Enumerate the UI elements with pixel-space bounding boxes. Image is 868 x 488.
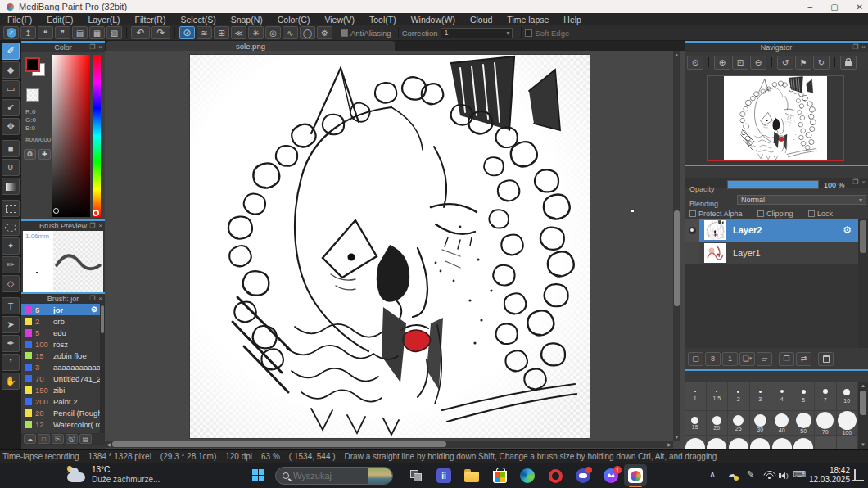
brush-size-cell[interactable]: 1.5 <box>707 382 729 411</box>
brush-list-item[interactable]: 5jor⚙ <box>21 304 100 315</box>
hand-tool[interactable]: ✋ <box>2 373 20 390</box>
document-tab[interactable]: sole.png <box>106 41 395 51</box>
search-bar[interactable] <box>275 467 393 485</box>
brush-size-cell[interactable]: 20 <box>707 411 729 436</box>
merge-layer-button[interactable]: ⇄ <box>796 352 811 366</box>
brush-tool[interactable]: ✐ <box>2 43 20 60</box>
keyboard-tray-icon[interactable]: ⌨ <box>793 469 806 480</box>
lock-rotation-button[interactable] <box>840 56 857 70</box>
scroll-up-icon[interactable]: ▲ <box>858 382 868 390</box>
layer-visibility-toggle[interactable] <box>685 242 699 264</box>
protect-alpha-checkbox[interactable] <box>689 210 696 217</box>
brush-size-cell[interactable]: 10 <box>837 382 859 411</box>
volume-tray-icon[interactable]: ) <box>779 472 789 479</box>
menu-edit[interactable]: Edit(E) <box>39 15 80 25</box>
teams-app[interactable]: ii <box>434 466 454 486</box>
pen-tray-icon[interactable]: ✎ <box>747 469 754 480</box>
brush-size-cell[interactable]: 2 <box>728 382 750 411</box>
brush-size-cell[interactable]: 15 <box>685 411 707 436</box>
brush-list-item[interactable]: 70Untitled741_2 <box>21 373 100 384</box>
brush-size-cell[interactable]: 3 <box>750 382 772 411</box>
publish-button[interactable]: ↥ <box>20 26 36 39</box>
select-rect-tool[interactable] <box>2 200 20 217</box>
close-icon[interactable]: × <box>861 43 866 52</box>
navigator-view-rect[interactable] <box>707 75 844 161</box>
hue-slider[interactable] <box>93 55 101 217</box>
brush-list-item[interactable]: 200Paint 2 <box>21 395 100 407</box>
clipping-checkbox[interactable] <box>757 210 764 217</box>
select-eraser-tool[interactable]: ◇ <box>2 275 20 292</box>
brush-list-item[interactable]: 100rosz <box>21 338 100 350</box>
brush-size-cell[interactable]: 40 <box>771 411 793 436</box>
correction-dropdown[interactable]: 1▾ <box>441 28 513 38</box>
brush-size-cell[interactable] <box>771 436 793 449</box>
brush-list-item[interactable]: 20Pencil (Rough <box>21 407 100 418</box>
menu-file[interactable]: File(F) <box>0 15 39 25</box>
notification-bell-icon[interactable] <box>854 470 856 480</box>
magic-wand-tool[interactable]: ✦ <box>2 237 20 255</box>
opacity-slider[interactable] <box>727 180 819 189</box>
brush-size-cell[interactable] <box>750 436 772 449</box>
document-button[interactable]: ▤ <box>72 26 88 39</box>
brush-list-item[interactable]: 12Watercolor( ro <box>21 418 100 430</box>
layer-scroll-thumb[interactable] <box>860 220 866 253</box>
scroll-down-icon[interactable]: ▼ <box>673 433 680 441</box>
menu-filter[interactable]: Filter(R) <box>128 15 174 25</box>
brush-size-cell[interactable] <box>815 436 837 449</box>
zoom-in-button[interactable]: ⊕ <box>714 56 730 70</box>
pen-tool[interactable]: ✒ <box>2 335 20 352</box>
popout-icon[interactable]: ❐ <box>89 222 95 230</box>
vscroll-thumb[interactable] <box>674 210 680 306</box>
add-1bit-layer-button[interactable]: 1 <box>722 352 738 366</box>
duplicate-layer-button[interactable]: ❐ <box>779 352 794 366</box>
snap-vanishing-button[interactable]: ≪ <box>231 26 246 39</box>
opera-app[interactable] <box>545 466 565 486</box>
store-app[interactable] <box>490 466 509 486</box>
brush-size-cell[interactable]: 4 <box>771 382 793 411</box>
messenger-app[interactable]: 1 <box>601 466 621 486</box>
snap-off-button[interactable]: ⊘ <box>179 26 195 39</box>
brush-size-cell[interactable]: 30 <box>750 411 772 436</box>
move-tool[interactable]: ✥ <box>2 118 20 135</box>
menu-select[interactable]: Select(S) <box>173 15 223 25</box>
medibang-app[interactable] <box>626 466 645 486</box>
scroll-up-icon[interactable]: ▲ <box>673 51 680 58</box>
undo-button[interactable]: ↶ <box>131 26 150 39</box>
redo-button[interactable]: ↷ <box>151 26 170 39</box>
menu-cloud[interactable]: Cloud <box>463 15 500 25</box>
fit-screen-button[interactable]: ⊡ <box>732 56 748 70</box>
saturation-value-picker[interactable] <box>52 55 90 217</box>
foreground-color-swatch[interactable] <box>25 57 40 72</box>
edit-document-button[interactable]: ▧ <box>106 26 122 39</box>
comment-list-button[interactable]: ❞ <box>55 26 70 39</box>
material-panel-button[interactable]: ▦ <box>89 26 105 39</box>
task-view-button[interactable] <box>406 466 426 486</box>
minimize-button[interactable]: – <box>808 2 813 11</box>
popout-icon[interactable]: ❐ <box>852 43 858 52</box>
duplicate-brush-button[interactable]: ⎘ <box>52 434 64 444</box>
canvas-drawing-area[interactable] <box>190 55 590 438</box>
hscroll-thumb[interactable] <box>112 441 446 447</box>
layer-settings-icon[interactable]: ⚙ <box>843 224 852 236</box>
brush-size-cell[interactable] <box>707 436 729 449</box>
comment-button[interactable]: ❝ <box>38 26 53 39</box>
menu-timelapse[interactable]: Time lapse <box>500 15 556 25</box>
add-folder-button[interactable]: ❏▾ <box>739 352 755 366</box>
rotate-right-button[interactable]: ↻ <box>813 56 830 70</box>
zoom-100-button[interactable]: ⊙ <box>687 56 703 70</box>
brush-size-cell[interactable]: 25 <box>728 411 750 436</box>
menu-snap[interactable]: Snap(N) <box>224 15 270 25</box>
brush-size-cell[interactable]: 5 <box>793 382 816 411</box>
shape-tool[interactable]: ▭ <box>2 80 20 97</box>
start-button[interactable] <box>252 469 264 481</box>
blending-dropdown[interactable]: Normal▾ <box>737 195 866 205</box>
gradient-tool[interactable] <box>2 178 20 195</box>
tray-chevron[interactable]: ∧ <box>709 469 716 480</box>
brush-check-button[interactable]: ✓ <box>3 26 19 39</box>
add-layer-button[interactable]: ▢ <box>688 352 703 366</box>
brush-size-cell[interactable]: 7 <box>815 382 837 411</box>
layer-row-layer1[interactable]: Layer1 <box>685 242 858 264</box>
snap-pen-tool[interactable]: ✔ <box>2 99 20 116</box>
brush-size-cell[interactable]: 50 <box>793 411 816 436</box>
file-explorer-app[interactable] <box>462 466 481 486</box>
